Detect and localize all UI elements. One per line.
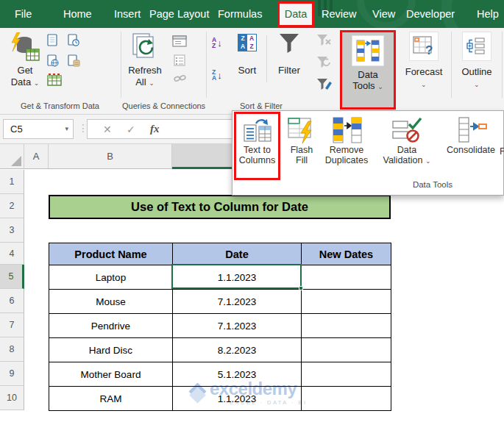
consolidate-button[interactable]: Consolidate (443, 115, 499, 155)
tab-view[interactable]: View (372, 0, 395, 28)
refresh-all-label-1: Refresh (122, 65, 168, 76)
filter-button[interactable]: Filter (271, 28, 308, 99)
data-tools-flyout: Text to Columns Flash Fill (232, 110, 504, 196)
get-data-button[interactable]: Get Data ⌄ (4, 28, 46, 99)
group-label-queries-connections: Queries & Connections (122, 101, 205, 110)
table-cell[interactable]: Mother Board (49, 362, 173, 387)
reapply-filter-icon (316, 56, 331, 72)
row-header-4[interactable]: 4 (0, 243, 24, 265)
table-header-date[interactable]: Date (173, 243, 302, 265)
forecast-icon: ? (409, 32, 439, 61)
get-data-label-1: Get (4, 65, 46, 76)
sort-button[interactable]: ZA AZ Sort (231, 28, 263, 99)
group-label-get-transform: Get & Transform Data (0, 101, 120, 110)
data-validation-button[interactable]: Data Validation ⌄ (379, 115, 435, 165)
row-header-6[interactable]: 6 (0, 289, 24, 313)
table-cell[interactable] (302, 362, 391, 387)
remove-duplicates-button[interactable]: Remove Duplicates (315, 115, 378, 165)
chevron-down-icon: ⌄ (425, 157, 431, 165)
tab-developer[interactable]: Developer (406, 0, 455, 28)
sort-descending-icon[interactable]: ZA ↓ (212, 69, 222, 81)
table-cell[interactable]: Pendrive (49, 314, 173, 338)
advanced-filter-icon[interactable] (316, 78, 333, 94)
data-tools-button[interactable]: Data Tools ⌄ (340, 30, 396, 110)
name-box-dropdown-icon[interactable]: ▾ (65, 120, 68, 138)
row-header-1[interactable]: 1 (0, 170, 24, 194)
table-cell[interactable]: 1.1.2023 (173, 387, 302, 411)
forecast-button[interactable]: ? Forecast ⌄ (400, 28, 447, 99)
table-cell[interactable] (302, 265, 391, 290)
queries-connections-icon[interactable] (172, 35, 187, 50)
flash-fill-label-2: Fill (285, 155, 318, 165)
row-header-2[interactable]: 2 (0, 194, 24, 218)
row-header-7[interactable]: 7 (0, 313, 24, 337)
tab-home[interactable]: Home (63, 0, 92, 28)
table-header-product-name[interactable]: Product Name (49, 243, 173, 265)
clear-filter-icon (316, 34, 331, 50)
row-header-5-selected[interactable]: 5 (0, 265, 24, 289)
consolidate-label: Consolidate (443, 145, 499, 155)
tab-insert[interactable]: Insert (114, 0, 141, 28)
row-header-8[interactable]: 8 (0, 337, 24, 362)
existing-connections-icon[interactable] (68, 54, 80, 71)
insert-function-icon[interactable]: fx (150, 123, 160, 135)
consolidate-icon (443, 115, 499, 145)
select-all-corner[interactable] (0, 144, 24, 168)
fill-handle[interactable] (299, 286, 303, 290)
table-cell[interactable]: Hard Disc (49, 338, 173, 362)
row-header-10[interactable]: 10 (0, 386, 24, 410)
cut-off-item-label: F (500, 146, 504, 157)
text-to-columns-icon (236, 115, 278, 145)
text-to-columns-label-2: Columns (236, 155, 278, 165)
edit-links-icon[interactable] (174, 74, 187, 87)
forecast-label: Forecast (400, 66, 447, 77)
outline-button[interactable]: Outline ⌄ (453, 28, 500, 99)
tab-help[interactable]: Help (477, 0, 499, 28)
from-table-range-icon[interactable] (47, 74, 62, 89)
tab-review[interactable]: Review (322, 0, 357, 28)
row-header-3[interactable]: 3 (0, 218, 24, 243)
data-validation-icon (379, 115, 435, 145)
table-cell[interactable]: RAM (49, 387, 173, 411)
name-box[interactable]: C5 ▾ (3, 119, 74, 139)
refresh-all-button[interactable]: Refresh All ⌄ (122, 28, 168, 99)
chevron-down-icon: ⌄ (377, 83, 383, 90)
tab-page-layout[interactable]: Page Layout (149, 0, 209, 28)
from-text-csv-icon[interactable] (47, 34, 58, 50)
column-header-b[interactable]: B (49, 144, 172, 168)
column-header-a[interactable]: A (24, 144, 49, 168)
selected-cell-c5[interactable] (171, 264, 302, 289)
tab-file[interactable]: File (15, 0, 32, 28)
text-to-columns-button[interactable]: Text to Columns (236, 115, 278, 165)
table-cell[interactable]: Laptop (49, 265, 173, 290)
cancel-icon[interactable]: ✕ (103, 124, 112, 135)
row-header-9[interactable]: 9 (0, 362, 24, 386)
data-validation-label-1: Data (379, 145, 435, 155)
tab-formulas[interactable]: Formulas (218, 0, 262, 28)
ribbon-separator (121, 32, 121, 98)
ribbon-separator (502, 32, 503, 98)
text-to-columns-label-1: Text to (236, 145, 278, 155)
recent-sources-icon[interactable] (68, 34, 79, 50)
table-cell[interactable]: Mouse (49, 290, 173, 314)
refresh-all-label-2: All (135, 76, 146, 87)
enter-check-icon[interactable]: ✓ (127, 124, 135, 135)
tab-data-active[interactable]: Data (277, 1, 314, 27)
table-cell[interactable]: 5.1.2023 (173, 362, 302, 387)
ribbon: Get Data ⌄ Get & Transform Data (0, 28, 504, 115)
table-cell[interactable] (302, 338, 391, 362)
sort-ascending-icon[interactable]: AZ ↓ (212, 37, 222, 49)
table-cell[interactable] (302, 290, 391, 314)
properties-icon[interactable] (174, 54, 185, 69)
get-data-label-2: Data (11, 76, 31, 87)
table-cell[interactable]: 8.2.2023 (173, 338, 302, 362)
from-web-icon[interactable] (47, 54, 59, 71)
flash-fill-button[interactable]: Flash Fill (285, 115, 318, 165)
table-header-new-dates[interactable]: New Dates (302, 243, 391, 265)
table-cell[interactable] (302, 314, 391, 338)
refresh-all-icon (131, 32, 159, 65)
table-cell[interactable]: 7.1.2023 (173, 290, 302, 314)
chevron-down-icon: ⌄ (474, 81, 480, 88)
table-cell[interactable]: 7.1.2023 (173, 314, 302, 338)
table-cell[interactable] (302, 387, 391, 411)
